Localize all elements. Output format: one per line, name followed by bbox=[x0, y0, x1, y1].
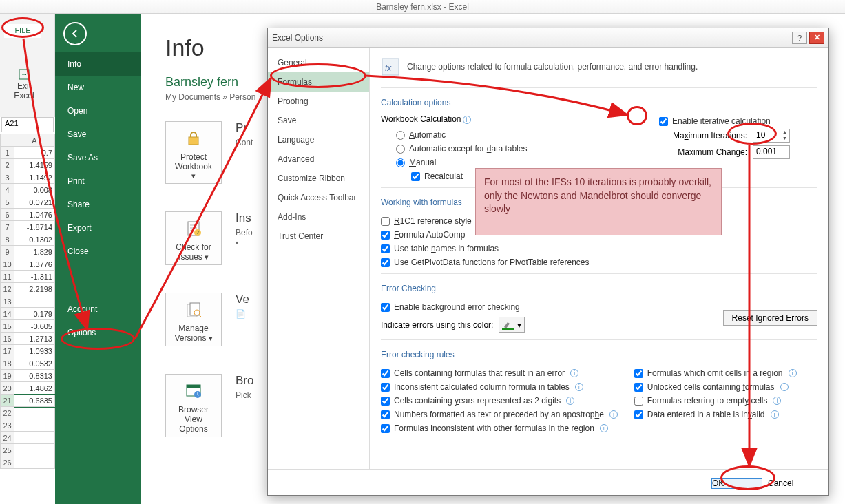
rule-inconsistent-region[interactable]: Formulas inconsistent with other formula… bbox=[381, 423, 608, 433]
options-nav-advanced[interactable]: Advanced bbox=[268, 149, 369, 169]
column-header-a[interactable]: A bbox=[14, 134, 55, 147]
backstage-options[interactable]: Options bbox=[55, 321, 141, 344]
cell[interactable]: 1.1492 bbox=[14, 171, 55, 184]
cell[interactable]: 1.4159 bbox=[14, 159, 55, 171]
row-header[interactable]: 8 bbox=[1, 233, 14, 246]
cancel-button[interactable]: Cancel bbox=[768, 479, 819, 488]
options-nav-general[interactable]: General bbox=[268, 53, 369, 72]
cell[interactable]: 2.2198 bbox=[14, 283, 55, 295]
check-table-names[interactable]: Use table names in formulas bbox=[381, 244, 499, 253]
check-getpivotdata[interactable]: Use GetPivotData functions for PivotTabl… bbox=[381, 258, 589, 267]
cell[interactable]: -0.605 bbox=[14, 320, 55, 333]
row-header[interactable]: 6 bbox=[1, 209, 14, 221]
rule-omit-cells[interactable]: Formulas which omit cells in a regioni bbox=[634, 368, 797, 378]
row-header[interactable]: 22 bbox=[1, 407, 14, 419]
rule-invalid-table-data[interactable]: Data entered in a table is invalidi bbox=[634, 410, 779, 419]
cell[interactable]: 1.4862 bbox=[14, 382, 55, 395]
close-button[interactable]: ✕ bbox=[809, 32, 824, 44]
check-issues-button[interactable]: Check for Issues ▾ bbox=[165, 211, 222, 265]
check-r1c1[interactable]: R1C1 reference stylei bbox=[381, 216, 486, 226]
options-nav-trust-center[interactable]: Trust Center bbox=[268, 227, 369, 246]
row-header[interactable]: 15 bbox=[1, 320, 14, 333]
row-header[interactable]: 17 bbox=[1, 345, 14, 357]
file-tab[interactable]: FILE bbox=[4, 24, 41, 38]
max-iterations-input[interactable]: 10▲▼ bbox=[753, 129, 790, 143]
options-nav-save[interactable]: Save bbox=[268, 111, 369, 130]
backstage-save-as[interactable]: Save As bbox=[55, 146, 141, 169]
cell[interactable] bbox=[14, 295, 55, 308]
rule-unlocked-cells[interactable]: Unlocked cells containing formulasi bbox=[634, 382, 789, 392]
row-header[interactable]: 20 bbox=[1, 382, 14, 395]
back-button[interactable] bbox=[63, 22, 87, 45]
backstage-account[interactable]: Account bbox=[55, 297, 141, 321]
cell[interactable]: -1.8714 bbox=[14, 221, 55, 233]
cell[interactable] bbox=[14, 432, 55, 444]
options-nav-quick-access-toolbar[interactable]: Quick Access Toolbar bbox=[268, 188, 369, 207]
row-header[interactable]: 9 bbox=[1, 246, 14, 258]
cell[interactable]: 0.0532 bbox=[14, 357, 55, 370]
cell[interactable]: -0.179 bbox=[14, 308, 55, 320]
options-nav-add-ins[interactable]: Add-Ins bbox=[268, 207, 369, 227]
row-header[interactable]: 5 bbox=[1, 196, 14, 209]
row-header[interactable]: 23 bbox=[1, 419, 14, 432]
cell[interactable] bbox=[14, 444, 55, 456]
cell[interactable]: 0.1302 bbox=[14, 233, 55, 246]
cell[interactable]: 0.0721 bbox=[14, 196, 55, 209]
options-nav-customize-ribbon[interactable]: Customize Ribbon bbox=[268, 169, 369, 188]
cell[interactable]: 0.8313 bbox=[14, 370, 55, 382]
name-box[interactable]: A21 bbox=[1, 117, 54, 132]
cell[interactable]: 0.6835 bbox=[14, 395, 55, 407]
check-recalc-save[interactable]: Recalculat bbox=[411, 171, 463, 181]
row-header[interactable]: 12 bbox=[1, 283, 14, 295]
options-nav-language[interactable]: Language bbox=[268, 130, 369, 149]
rule-text-numbers[interactable]: Numbers formatted as text or preceded by… bbox=[381, 410, 618, 419]
row-header[interactable]: 21 bbox=[1, 395, 14, 407]
radio-manual[interactable]: Manual bbox=[396, 158, 436, 167]
check-autocomplete[interactable]: Formula AutoComp bbox=[381, 230, 465, 240]
manage-versions-button[interactable]: Manage Versions ▾ bbox=[165, 293, 222, 346]
row-header[interactable]: 18 bbox=[1, 357, 14, 370]
info-icon[interactable]: i bbox=[463, 116, 471, 124]
backstage-open[interactable]: Open bbox=[55, 99, 141, 123]
help-button[interactable]: ? bbox=[792, 32, 807, 44]
select-all-corner[interactable] bbox=[1, 134, 14, 147]
cell[interactable]: 1.3776 bbox=[14, 258, 55, 271]
backstage-close[interactable]: Close bbox=[55, 240, 141, 263]
browser-view-button[interactable]: Browser View Options bbox=[165, 374, 222, 437]
row-header[interactable]: 19 bbox=[1, 370, 14, 382]
row-header[interactable]: 2 bbox=[1, 159, 14, 171]
row-header[interactable]: 13 bbox=[1, 295, 14, 308]
rule-error-result[interactable]: Cells containing formulas that result in… bbox=[381, 368, 578, 378]
cell[interactable]: 1.2713 bbox=[14, 333, 55, 345]
cell[interactable] bbox=[14, 407, 55, 419]
row-header[interactable]: 24 bbox=[1, 432, 14, 444]
row-header[interactable]: 10 bbox=[1, 258, 14, 271]
row-header[interactable]: 7 bbox=[1, 221, 14, 233]
cell[interactable] bbox=[14, 419, 55, 432]
protect-workbook-button[interactable]: Protect Workbook ▾ bbox=[165, 121, 222, 184]
cell[interactable]: -1.829 bbox=[14, 246, 55, 258]
rule-inconsistent-column[interactable]: Inconsistent calculated column formula i… bbox=[381, 382, 583, 392]
cell[interactable]: 1.0933 bbox=[14, 345, 55, 357]
cell[interactable]: -0.008 bbox=[14, 184, 55, 196]
rule-empty-cells[interactable]: Formulas referring to empty cellsi bbox=[634, 396, 782, 406]
backstage-share[interactable]: Share bbox=[55, 193, 141, 216]
cell[interactable]: -1.311 bbox=[14, 271, 55, 283]
backstage-export[interactable]: Export bbox=[55, 216, 141, 240]
exit-excel[interactable]: Exit Excel bbox=[7, 69, 41, 101]
cell[interactable]: 0.7 bbox=[14, 147, 55, 159]
check-iterative[interactable]: Enable iterative calculation bbox=[659, 116, 817, 126]
row-header[interactable]: 14 bbox=[1, 308, 14, 320]
row-header[interactable]: 26 bbox=[1, 456, 14, 469]
backstage-new[interactable]: New bbox=[55, 76, 141, 99]
reset-ignored-errors-button[interactable]: Reset Ignored Errors bbox=[723, 310, 817, 326]
max-change-input[interactable]: 0.001 bbox=[753, 145, 790, 159]
backstage-print[interactable]: Print bbox=[55, 169, 141, 193]
row-header[interactable]: 4 bbox=[1, 184, 14, 196]
row-header[interactable]: 3 bbox=[1, 171, 14, 184]
error-color-picker[interactable]: ▾ bbox=[499, 317, 525, 333]
cell[interactable] bbox=[14, 456, 55, 469]
backstage-info[interactable]: Info bbox=[55, 52, 141, 76]
row-header[interactable]: 25 bbox=[1, 444, 14, 456]
row-header[interactable]: 11 bbox=[1, 271, 14, 283]
